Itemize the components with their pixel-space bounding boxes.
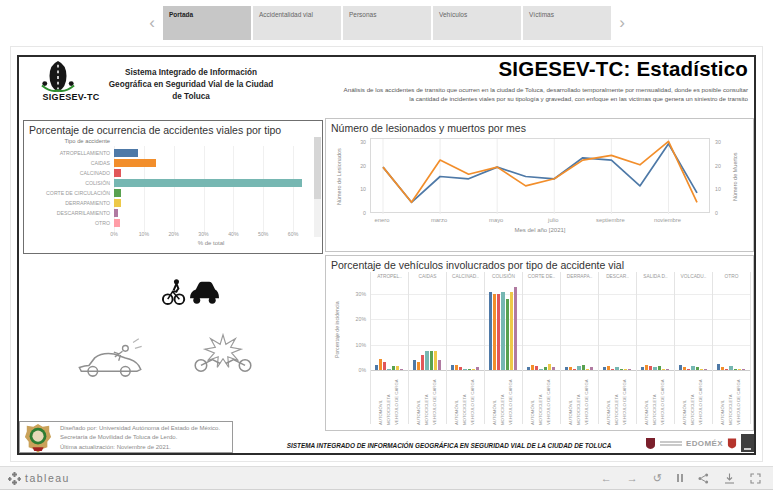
grouped-bar-mark[interactable] [527, 367, 530, 370]
grouped-bar-mark[interactable] [590, 367, 593, 370]
grouped-bar-mark[interactable] [611, 369, 614, 371]
grouped-bar-mark[interactable] [696, 367, 699, 370]
grouped-bar-mark[interactable] [679, 365, 682, 370]
grouped-bar-mark[interactable] [506, 299, 509, 370]
bar-mark-colisi-n[interactable] [114, 179, 302, 187]
grouped-bar-mark[interactable] [400, 369, 403, 371]
grouped-bar-mark[interactable] [691, 366, 694, 370]
grouped-bar-mark[interactable] [535, 366, 538, 370]
grouped-bar-mark[interactable] [497, 294, 500, 370]
grouped-bar-mark[interactable] [413, 360, 416, 370]
tableau-brand[interactable]: tableau [8, 472, 70, 485]
grouped-bar-mark[interactable] [577, 366, 580, 370]
bar-mark-otro[interactable] [114, 219, 120, 227]
grouped-bar-mark[interactable] [607, 366, 610, 370]
grouped-bar-mark[interactable] [468, 369, 471, 371]
download-icon[interactable] [724, 473, 735, 484]
grouped-bar-mark[interactable] [729, 366, 732, 370]
bar-mark-descarrilamiento[interactable] [114, 209, 118, 217]
chart1-scrollbar[interactable] [314, 137, 321, 237]
grouped-bar-mark[interactable] [725, 369, 728, 371]
grouped-bar-mark[interactable] [387, 369, 390, 371]
grouped-bar-mark[interactable] [489, 292, 492, 370]
grouped-bar-mark[interactable] [548, 364, 551, 370]
grouped-bar-mark[interactable] [687, 369, 690, 371]
grouped-bar-mark[interactable] [392, 366, 395, 370]
grouped-bar-mark[interactable] [430, 351, 433, 370]
grouped-bar-mark[interactable] [721, 367, 724, 370]
grouped-bar-mark[interactable] [658, 366, 661, 370]
tableau-public-viewer: ‹ PortadaAccidentalidad vialPersonasVehí… [0, 0, 773, 494]
share-icon[interactable] [698, 473, 709, 484]
bar-mark-calcinado[interactable] [114, 169, 121, 177]
grouped-bar-mark[interactable] [565, 367, 568, 370]
grouped-bar-mark[interactable] [514, 287, 517, 370]
grouped-bar-mark[interactable] [683, 367, 686, 370]
grouped-bar-mark[interactable] [573, 369, 576, 371]
grouped-bar-mark[interactable] [421, 355, 424, 370]
tabs-next-icon[interactable]: › [613, 6, 631, 40]
grouped-bar-mark[interactable] [582, 365, 585, 370]
grouped-bar-mark[interactable] [662, 369, 665, 371]
grouped-bar-mark[interactable] [539, 369, 542, 371]
undo-icon[interactable]: ← [601, 473, 612, 484]
grouped-bar-mark[interactable] [742, 369, 745, 371]
grouped-bar-mark[interactable] [552, 367, 555, 370]
grouped-bar-mark[interactable] [544, 367, 547, 370]
grouped-bar-mark[interactable] [620, 369, 623, 371]
grouped-bar-mark[interactable] [438, 360, 441, 370]
grouped-bar-mark[interactable] [586, 369, 589, 371]
grouped-bar-mark[interactable] [510, 292, 513, 370]
bar-mark-atropellamiento[interactable] [114, 149, 138, 157]
grouped-bar-mark[interactable] [738, 369, 741, 371]
grouped-bar-mark[interactable] [493, 294, 496, 370]
grouped-bar-mark[interactable] [641, 367, 644, 370]
bar-mark-caidas[interactable] [114, 159, 156, 167]
grouped-bar-mark[interactable] [383, 362, 386, 370]
grouped-bar-mark[interactable] [603, 367, 606, 370]
replay-icon[interactable]: ↺ [653, 473, 662, 484]
grouped-bar-mark[interactable] [649, 366, 652, 370]
redo-icon[interactable]: → [627, 473, 638, 484]
grouped-bar-mark[interactable] [628, 369, 631, 371]
grouped-bar-mark[interactable] [396, 366, 399, 370]
grouped-bar-mark[interactable] [700, 369, 703, 371]
grouped-bar-mark[interactable] [455, 365, 458, 370]
tab-personas[interactable]: Personas [343, 6, 431, 40]
grouped-bar-mark[interactable] [379, 359, 382, 370]
grouped-bar-mark[interactable] [451, 365, 454, 370]
tab-veh-culos[interactable]: Vehículos [433, 6, 521, 40]
grouped-bar-mark[interactable] [704, 369, 707, 371]
chart1-x-tick: 40% [223, 231, 243, 237]
grouped-bar-mark[interactable] [501, 292, 504, 370]
grouped-bar-mark[interactable] [666, 369, 669, 371]
grouped-bar-mark[interactable] [734, 369, 737, 371]
grouped-bar-mark[interactable] [463, 369, 466, 371]
grouped-bar-mark[interactable] [425, 351, 428, 370]
tab-portada[interactable]: Portada [163, 6, 251, 40]
bar-mark-corte-de-circulaci-n[interactable] [114, 189, 121, 197]
grouped-bar-mark[interactable] [653, 367, 656, 370]
fullscreen-icon[interactable] [750, 473, 761, 484]
bar-mark-derrapamiento[interactable] [114, 199, 121, 207]
grouped-bar-mark[interactable] [717, 364, 720, 370]
grouped-bar-mark[interactable] [472, 369, 475, 371]
grouped-bar-mark[interactable] [375, 365, 378, 370]
grouped-bar-mark[interactable] [645, 365, 648, 370]
tab-v-ctimas[interactable]: Víctimas [523, 6, 611, 40]
grouped-bar-mark[interactable] [531, 365, 534, 370]
chart1-scrollbar-thumb[interactable] [314, 137, 321, 199]
tab-accidentalidad-vial[interactable]: Accidentalidad vial [253, 6, 341, 40]
grouped-bar-mark[interactable] [569, 367, 572, 370]
grouped-bar-mark[interactable] [615, 367, 618, 370]
tabs-prev-icon[interactable]: ‹ [143, 6, 161, 40]
bicycle-car-collision-icon [161, 275, 219, 306]
grouped-bar-mark[interactable] [476, 367, 479, 370]
grouped-bar-mark[interactable] [434, 351, 437, 370]
grouped-bar-mark[interactable] [417, 362, 420, 370]
pause-icon[interactable] [677, 474, 683, 482]
chart2-x-tick: marzo [417, 217, 461, 223]
line-series-lesionados[interactable] [383, 144, 697, 203]
grouped-bar-mark[interactable] [624, 369, 627, 371]
grouped-bar-mark[interactable] [459, 367, 462, 370]
